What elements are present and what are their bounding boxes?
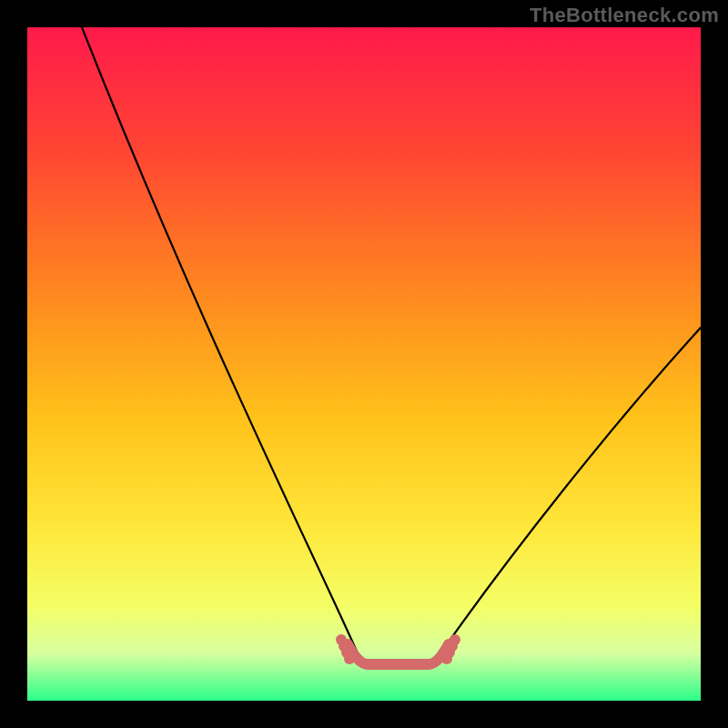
optimal-zone-dot xyxy=(336,634,347,645)
optimal-zone-dot xyxy=(450,634,460,645)
chart-stage: TheBottleneck.com xyxy=(0,0,728,728)
plot-area xyxy=(27,27,701,701)
gradient-background xyxy=(27,27,701,701)
chart-svg xyxy=(27,27,701,701)
watermark-text: TheBottleneck.com xyxy=(530,4,719,27)
